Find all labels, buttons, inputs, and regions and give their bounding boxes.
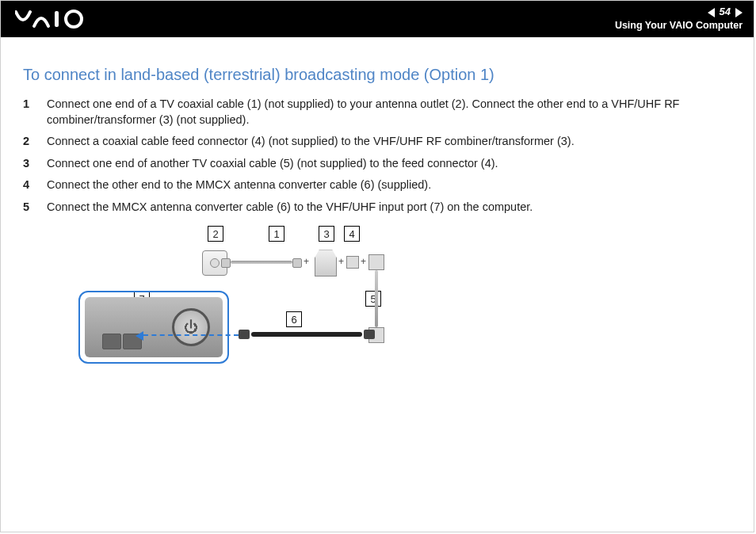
callout-4: 4 [344, 226, 360, 242]
step-row: 3 Connect one end of another TV coaxial … [23, 156, 731, 172]
plus-icon: + [361, 256, 366, 267]
feed-connector-icon [346, 256, 359, 269]
computer-port-panel [78, 291, 229, 364]
step-text: Connect the other end to the MMCX antenn… [47, 177, 731, 193]
step-text: Connect one end of another TV coaxial ca… [47, 156, 731, 172]
callout-1: 1 [269, 226, 284, 242]
page-number: 54 [720, 6, 731, 18]
step-number: 3 [23, 156, 32, 172]
plus-icon: + [338, 256, 344, 267]
cable-elbow-icon [368, 254, 384, 270]
callout-2: 2 [208, 226, 223, 242]
step-text: Connect a coaxial cable feed connector (… [47, 134, 731, 150]
header-bar: 54 Using Your VAIO Computer [1, 1, 754, 37]
callout-5: 5 [365, 291, 381, 307]
step-number: 1 [23, 97, 32, 128]
page-content: To connect in land-based (terrestrial) b… [1, 37, 754, 368]
step-number: 2 [23, 134, 32, 150]
callout-3: 3 [319, 226, 334, 242]
step-row: 5 Connect the MMCX antenna converter cab… [23, 200, 731, 216]
vaio-logo [15, 9, 102, 29]
svg-point-1 [66, 11, 82, 27]
header-right: 54 Using Your VAIO Computer [615, 6, 743, 31]
step-row: 2 Connect a coaxial cable feed connector… [23, 134, 731, 150]
page-title: To connect in land-based (terrestrial) b… [23, 66, 731, 84]
coax-cable-icon [375, 270, 378, 327]
next-page-icon[interactable] [735, 8, 743, 17]
step-row: 1 Connect one end of a TV coaxial cable … [23, 97, 731, 128]
step-number: 5 [23, 200, 32, 216]
connection-arrow-icon [143, 334, 239, 336]
step-text: Connect one end of a TV coaxial cable (1… [47, 97, 731, 128]
callout-6: 6 [286, 311, 302, 327]
step-row: 4 Connect the other end to the MMCX ante… [23, 177, 731, 193]
coax-cable-icon [231, 261, 292, 264]
prev-page-icon[interactable] [708, 8, 715, 17]
port-icon [102, 334, 121, 349]
step-number: 4 [23, 177, 32, 193]
section-title: Using Your VAIO Computer [615, 20, 743, 31]
svg-rect-0 [55, 11, 59, 27]
connection-diagram: 2 1 3 4 5 6 7 + + + + [55, 226, 395, 368]
step-text: Connect the MMCX antenna converter cable… [47, 200, 731, 216]
rf-combiner-icon [315, 250, 337, 277]
mmcx-cable-icon [251, 332, 362, 337]
plus-icon: + [304, 256, 309, 267]
